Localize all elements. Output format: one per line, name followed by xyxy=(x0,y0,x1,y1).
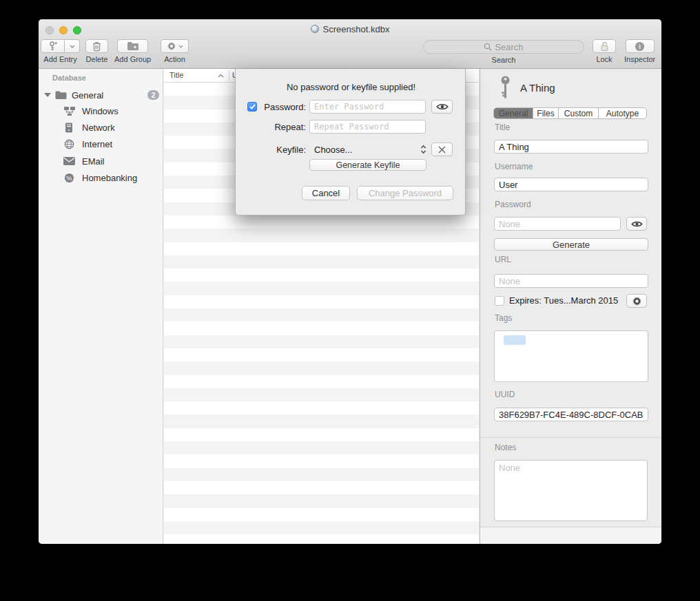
title-field-value: A Thing xyxy=(499,142,529,152)
sidebar-item-label: General xyxy=(72,90,103,101)
eye-icon xyxy=(436,103,449,111)
repeat-input-placeholder: Repeat Password xyxy=(314,122,389,131)
trash-icon xyxy=(92,41,101,52)
password-field-label: Password xyxy=(495,200,531,209)
keyfile-popup-value: Choose... xyxy=(314,145,353,155)
sidebar-item-general[interactable]: General 2 xyxy=(44,87,158,103)
envelope-icon xyxy=(63,157,75,165)
svg-text:%: % xyxy=(66,174,72,181)
popup-stepper-icon[interactable] xyxy=(420,145,426,154)
username-field[interactable]: User xyxy=(494,178,648,191)
info-icon: i xyxy=(635,41,645,52)
folder-icon xyxy=(55,91,67,100)
delete-button[interactable] xyxy=(85,39,108,53)
sidebar-section-header: Database xyxy=(52,74,86,82)
search-placeholder: Search xyxy=(495,42,523,52)
add-group-label: Add Group xyxy=(114,55,151,63)
reveal-password-button[interactable] xyxy=(626,217,647,231)
sidebar-item-homebanking[interactable]: % Homebanking xyxy=(64,169,137,186)
password-field[interactable]: None xyxy=(494,217,621,231)
server-icon xyxy=(65,123,73,133)
repeat-label: Repeat: xyxy=(258,122,306,132)
expires-settings-button[interactable] xyxy=(626,294,647,308)
generate-password-button[interactable]: Generate xyxy=(494,238,648,251)
tab-custom[interactable]: Custom xyxy=(559,108,599,118)
inspector-tab-bar: General Files Custom Autotype xyxy=(493,107,647,119)
generate-button-label: Generate xyxy=(553,240,590,250)
search-group: Search Search xyxy=(423,40,584,64)
password-input-placeholder: Enter Password xyxy=(314,102,384,112)
add-group-button[interactable] xyxy=(117,39,148,53)
document-proxy-icon xyxy=(311,25,319,33)
disclosure-triangle-icon[interactable] xyxy=(44,93,51,97)
gear-icon xyxy=(167,41,176,51)
globe-icon xyxy=(64,139,74,149)
lock-button[interactable] xyxy=(593,39,616,53)
tag-token[interactable] xyxy=(504,335,526,345)
inspector-group: i Inspector xyxy=(624,39,655,63)
svg-text:i: i xyxy=(639,43,641,50)
reveal-password-button[interactable] xyxy=(431,100,453,114)
title-field-label: Title xyxy=(495,123,510,132)
sidebar: Database General 2 Windows xyxy=(39,69,163,544)
app-window: Screenshot.kdbx xyxy=(39,19,661,544)
tab-general[interactable]: General xyxy=(494,108,533,118)
sidebar-item-network[interactable]: Network xyxy=(65,119,115,136)
key-icon xyxy=(500,76,511,98)
sheet-message: No password or keyfile supplied! xyxy=(236,82,466,92)
sidebar-item-internet[interactable]: Internet xyxy=(64,136,112,152)
window-chrome: Screenshot.kdbx xyxy=(39,19,661,69)
tab-autotype[interactable]: Autotype xyxy=(599,108,646,118)
keyfile-popup[interactable]: Choose... xyxy=(314,145,353,155)
sidebar-item-label: EMail xyxy=(82,156,105,167)
entry-count-badge: 2 xyxy=(147,90,159,100)
close-x-icon xyxy=(438,146,446,154)
delete-label: Delete xyxy=(86,55,108,63)
percent-circle-icon: % xyxy=(64,173,74,183)
folder-plus-icon xyxy=(127,41,139,51)
notes-field[interactable]: None xyxy=(494,460,648,521)
expires-row: Expires: Tues...March 2015 xyxy=(495,295,618,306)
column-header-title[interactable]: Title xyxy=(169,71,183,79)
add-entry-button[interactable] xyxy=(41,39,65,53)
add-entry-dropdown-button[interactable] xyxy=(65,39,80,53)
cancel-button[interactable]: Cancel xyxy=(302,186,350,200)
title-field[interactable]: A Thing xyxy=(494,140,648,154)
url-field[interactable]: None xyxy=(494,274,648,288)
column-divider[interactable] xyxy=(229,70,229,81)
uuid-field[interactable]: 38F629B7-FC4E-489C-8DCF-0CAB xyxy=(494,408,648,421)
action-group: Action xyxy=(161,39,189,63)
keyfile-label: Keyfile: xyxy=(258,145,306,155)
notes-field-label: Notes xyxy=(495,443,516,452)
inspector-button[interactable]: i xyxy=(626,39,655,53)
password-input[interactable]: Enter Password xyxy=(309,100,426,114)
tags-field-label: Tags xyxy=(495,313,512,323)
repeat-input[interactable]: Repeat Password xyxy=(309,120,426,134)
search-input[interactable]: Search xyxy=(423,40,584,54)
generate-keyfile-button[interactable]: Generate Keyfile xyxy=(309,159,426,171)
uuid-field-value: 38F629B7-FC4E-489C-8DCF-0CAB xyxy=(499,410,644,420)
toolbar: Add Entry Delete xyxy=(39,39,661,69)
sidebar-item-label: Homebanking xyxy=(82,173,137,183)
tab-files[interactable]: Files xyxy=(533,108,559,118)
window-title: Screenshot.kdbx xyxy=(323,24,390,34)
tags-field[interactable] xyxy=(494,330,648,382)
chevron-down-icon xyxy=(70,45,75,48)
clear-keyfile-button[interactable] xyxy=(431,143,453,156)
check-icon xyxy=(249,104,256,109)
chevron-down-icon xyxy=(178,45,183,48)
username-field-label: Username xyxy=(495,162,533,171)
password-checkbox[interactable] xyxy=(247,102,257,112)
url-field-placeholder: None xyxy=(499,276,520,286)
sidebar-item-label: Internet xyxy=(82,139,112,149)
sidebar-item-windows[interactable]: Windows xyxy=(63,103,119,119)
expires-checkbox[interactable] xyxy=(495,296,504,306)
uuid-field-label: UUID xyxy=(495,390,515,399)
titlebar: Screenshot.kdbx xyxy=(39,19,661,39)
sidebar-item-email[interactable]: EMail xyxy=(63,153,105,169)
url-field-label: URL xyxy=(495,255,511,264)
inspector-footer xyxy=(480,527,661,544)
action-button[interactable] xyxy=(161,39,189,53)
change-password-button[interactable]: Change Password xyxy=(357,186,453,200)
gear-icon xyxy=(632,296,642,306)
